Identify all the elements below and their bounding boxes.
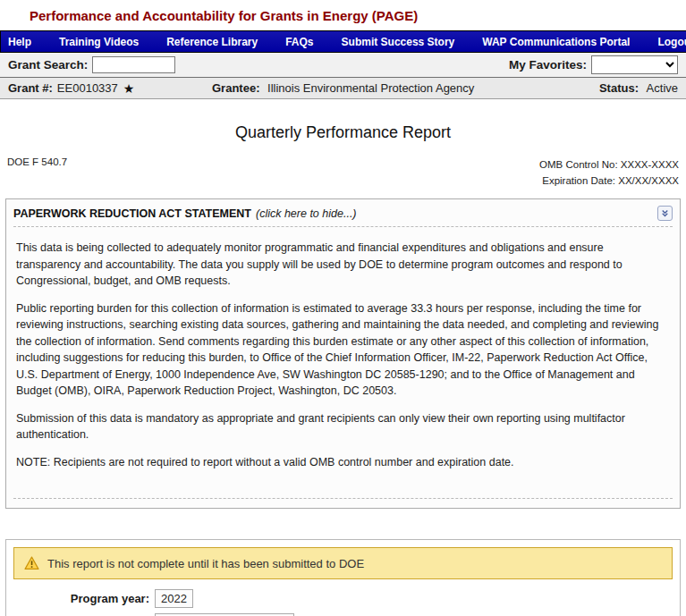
report-form-box: This report is not complete until it has… [5, 539, 681, 616]
paperwork-toggle-hint: (click here to hide...) [256, 207, 357, 220]
grant-number-group: Grant #: EE0010337 ★ [8, 81, 212, 96]
budget-period-row: Budget period: 04/01/2023 - 06/30/2028 [13, 612, 673, 616]
grant-info-bar: Grant #: EE0010337 ★ Grantee: Illinois E… [0, 78, 686, 99]
omb-meta: OMB Control No: XXXX-XXXX Expiration Dat… [539, 156, 679, 189]
form-meta: DOE F 540.7 OMB Control No: XXXX-XXXX Ex… [0, 156, 686, 189]
nav-item-training-videos[interactable]: Training Videos [59, 36, 139, 48]
warning-triangle-icon [24, 556, 39, 570]
program-year-label: Program year: [13, 592, 155, 605]
program-year-value: 2022 [155, 589, 193, 608]
nav-item-wap-communications-portal[interactable]: WAP Communications Portal [482, 36, 630, 48]
nav-item-help[interactable]: Help [8, 36, 31, 48]
nav-item-reference-library[interactable]: Reference Library [166, 36, 258, 48]
collapse-section-button[interactable] [657, 206, 673, 221]
paperwork-paragraph-3: Submission of this data is mandatory as … [16, 410, 670, 443]
grant-search-input[interactable] [92, 56, 175, 73]
paperwork-paragraph-4: NOTE: Recipients are not required to rep… [16, 454, 670, 471]
my-favorites-label: My Favorites: [509, 58, 587, 72]
alert-text: This report is not complete until it has… [47, 557, 364, 570]
main-navbar: Help Training Videos Reference Library F… [0, 30, 686, 53]
grant-search-bar: Grant Search: My Favorites: [0, 53, 686, 78]
program-year-row: Program year: 2022 [13, 588, 673, 609]
paperwork-header-toggle[interactable]: PAPERWORK REDUCTION ACT STATEMENT (click… [6, 199, 680, 226]
nav-item-logout[interactable]: Logout [657, 36, 686, 48]
grant-number-label: Grant #: [8, 81, 53, 95]
status-group: Status: Active [599, 81, 678, 95]
omb-expiration-date: Expiration Date: XX/XX/XXXX [542, 175, 679, 186]
doe-form-number: DOE F 540.7 [7, 156, 67, 167]
nav-item-faqs[interactable]: FAQs [285, 36, 313, 48]
grantee-label: Grantee: [212, 81, 259, 95]
footer-dashed-divider [13, 498, 673, 499]
paperwork-reduction-act-box: PAPERWORK REDUCTION ACT STATEMENT (click… [5, 198, 681, 509]
favorite-star-icon[interactable]: ★ [123, 81, 135, 96]
paperwork-paragraph-1: This data is being collected to adequate… [16, 240, 670, 290]
grant-search-label: Grant Search: [8, 58, 88, 72]
status-value: Active [647, 81, 678, 95]
my-favorites-select[interactable] [591, 55, 678, 74]
paperwork-paragraph-2: Public reporting burden for this collect… [16, 300, 670, 400]
report-title: Quarterly Performance Report [0, 123, 686, 142]
page-title: Performance and Accountability for Grant… [0, 0, 686, 30]
paperwork-heading: PAPERWORK REDUCTION ACT STATEMENT [13, 207, 251, 220]
nav-menu: Help Training Videos Reference Library F… [0, 30, 686, 53]
omb-control-number: OMB Control No: XXXX-XXXX [539, 159, 679, 170]
grant-number-value: EE0010337 [57, 81, 118, 95]
incomplete-report-alert: This report is not complete until it has… [13, 547, 673, 579]
grantee-name: Illinois Environmental Protection Agency [267, 81, 474, 95]
double-chevron-down-icon [660, 208, 670, 218]
paperwork-body: This data is being collected to adequate… [6, 227, 680, 483]
grantee-group: Grantee: Illinois Environmental Protecti… [212, 81, 599, 95]
nav-item-submit-success-story[interactable]: Submit Success Story [342, 36, 455, 48]
status-label: Status: [599, 81, 639, 95]
